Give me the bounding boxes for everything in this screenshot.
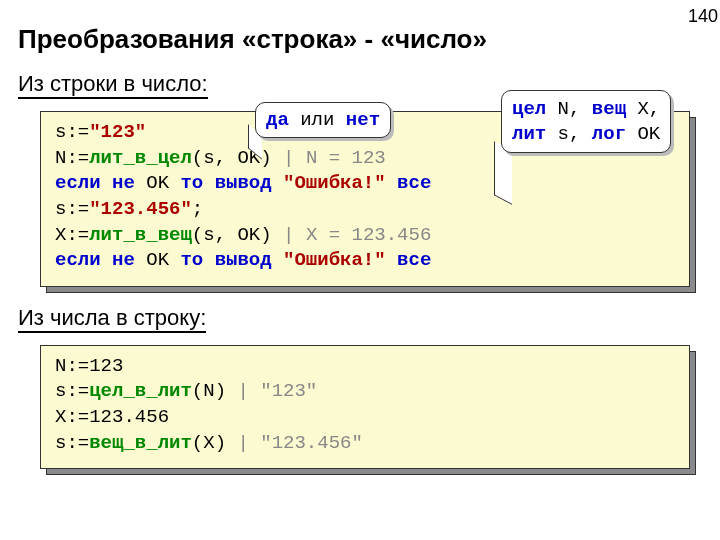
code-text: ) — [260, 147, 283, 169]
comment: | X = 123.456 — [283, 224, 431, 246]
func-name: лит_в_вещ — [89, 224, 192, 246]
string-literal: "123.456" — [89, 198, 192, 220]
comment: | "123.456" — [237, 432, 362, 454]
code-text: OK — [626, 123, 660, 145]
code-text: N:= — [55, 147, 89, 169]
code-text: 123 — [89, 355, 123, 377]
string-literal: "Ошибка!" — [272, 172, 397, 194]
code-text: OK — [226, 224, 260, 246]
keyword: если не — [55, 249, 135, 271]
code-text: s:= — [55, 121, 89, 143]
code-text: s, — [546, 123, 592, 145]
keyword: все — [397, 172, 431, 194]
keyword: нет — [346, 109, 380, 131]
page-title: Преобразования «строка» - «число» — [0, 0, 720, 61]
keyword: то вывод — [180, 249, 271, 271]
func-name: лит_в_цел — [89, 147, 192, 169]
section2-heading: Из числа в строку: — [18, 305, 206, 333]
keyword: все — [397, 249, 431, 271]
comment: | N = 123 — [283, 147, 386, 169]
func-name: вещ_в_лит — [89, 432, 192, 454]
keyword: да — [266, 109, 289, 131]
callout-declarations: цел N, вещ X,лит s, лог OK — [501, 90, 671, 153]
string-literal: "123" — [89, 121, 146, 143]
keyword: лог — [592, 123, 626, 145]
code-text: или — [289, 109, 346, 131]
code-text: OK — [135, 249, 181, 271]
func-name: цел_в_лит — [89, 380, 192, 402]
code-text: s:= — [55, 380, 89, 402]
section1-heading: Из строки в число: — [18, 71, 208, 99]
code-text: s:= — [55, 198, 89, 220]
code-text: X:= — [55, 224, 89, 246]
keyword: если не — [55, 172, 135, 194]
keyword: то вывод — [180, 172, 271, 194]
keyword: цел — [512, 98, 546, 120]
code-block-2: N:=123 s:=цел_в_лит(N) | "123" X:=123.45… — [40, 345, 690, 470]
code-text: OK — [135, 172, 181, 194]
code-text: (s, — [192, 224, 226, 246]
string-literal: "Ошибка!" — [272, 249, 397, 271]
code-text: X:= — [55, 406, 89, 428]
comment: | "123" — [237, 380, 317, 402]
callout-yes-no: да или нет — [255, 102, 391, 138]
code-text: (s, — [192, 147, 226, 169]
keyword: вещ — [592, 98, 626, 120]
code-text: N, — [546, 98, 592, 120]
code-text: s:= — [55, 432, 89, 454]
code-text: (X) — [192, 432, 238, 454]
page-number: 140 — [688, 6, 718, 27]
code-text: X, — [626, 98, 660, 120]
code-text: ; — [192, 198, 203, 220]
keyword: лит — [512, 123, 546, 145]
code-text: N:= — [55, 355, 89, 377]
code-text: ) — [260, 224, 283, 246]
code-text: (N) — [192, 380, 238, 402]
code-text: 123.456 — [89, 406, 169, 428]
